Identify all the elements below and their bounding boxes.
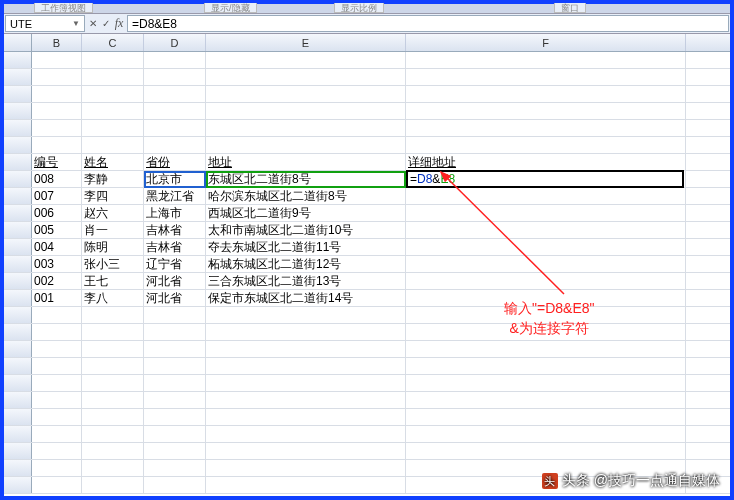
fx-icon[interactable]: fx bbox=[115, 16, 124, 31]
cell[interactable] bbox=[406, 222, 686, 238]
cell[interactable]: 柘城东城区北二道街12号 bbox=[206, 256, 406, 272]
cell[interactable]: 王七 bbox=[82, 273, 144, 289]
formula-bar: UTE ▼ ✕ ✓ fx =D8&E8 bbox=[4, 14, 730, 34]
formula-ref-d8: D8 bbox=[417, 172, 432, 186]
app-window: 工作簿视图 显示/隐藏 显示比例 窗口 UTE ▼ ✕ ✓ fx =D8&E8 … bbox=[0, 0, 734, 500]
cell[interactable]: 007 bbox=[32, 188, 82, 204]
table-row: 003 张小三 辽宁省 柘城东城区北二道街12号 bbox=[4, 256, 730, 273]
annotation-line2: &为连接字符 bbox=[504, 319, 594, 339]
grid-row bbox=[4, 120, 730, 137]
grid-row bbox=[4, 324, 730, 341]
cell[interactable] bbox=[406, 273, 686, 289]
grid-row bbox=[4, 409, 730, 426]
watermark-text: 头条 @技巧一点通自媒体 bbox=[562, 472, 720, 490]
ribbon-tab[interactable]: 窗口 bbox=[554, 3, 586, 13]
grid-row bbox=[4, 52, 730, 69]
cell[interactable]: 保定市东城区北二道街14号 bbox=[206, 290, 406, 306]
cell-header[interactable]: 详细地址 bbox=[406, 154, 686, 170]
formula-eq: = bbox=[410, 172, 417, 186]
cell[interactable]: 001 bbox=[32, 290, 82, 306]
active-cell-editor[interactable]: =D8&E8 bbox=[406, 170, 684, 188]
cell-header[interactable]: 姓名 bbox=[82, 154, 144, 170]
cell[interactable]: 李静 bbox=[82, 171, 144, 187]
grid-row bbox=[4, 392, 730, 409]
cell[interactable]: 吉林省 bbox=[144, 222, 206, 238]
cell[interactable]: 黑龙江省 bbox=[144, 188, 206, 204]
cell[interactable]: 008 bbox=[32, 171, 82, 187]
cell[interactable]: 太和市南城区北二道街10号 bbox=[206, 222, 406, 238]
grid-row bbox=[4, 103, 730, 120]
grid-row bbox=[4, 69, 730, 86]
grid-rows: 编号 姓名 省份 地址 详细地址 008 李静 北京市 东城区北二道街8号 00… bbox=[4, 52, 730, 494]
cell[interactable]: 003 bbox=[32, 256, 82, 272]
table-row: 007 李四 黑龙江省 哈尔滨东城区北二道街8号 bbox=[4, 188, 730, 205]
cell-header[interactable]: 省份 bbox=[144, 154, 206, 170]
cell[interactable] bbox=[406, 188, 686, 204]
chevron-down-icon[interactable]: ▼ bbox=[72, 19, 80, 28]
ribbon-tab[interactable]: 显示/隐藏 bbox=[204, 3, 257, 13]
cancel-icon[interactable]: ✕ bbox=[89, 18, 97, 29]
col-header-f[interactable]: F bbox=[406, 34, 686, 51]
table-row: 002 王七 河北省 三合东城区北二道街13号 bbox=[4, 273, 730, 290]
cell[interactable]: 三合东城区北二道街13号 bbox=[206, 273, 406, 289]
table-row: 004 陈明 吉林省 夺去东城区北二道街11号 bbox=[4, 239, 730, 256]
watermark: 头 头条 @技巧一点通自媒体 bbox=[542, 472, 720, 490]
cell[interactable]: 李八 bbox=[82, 290, 144, 306]
grid-row bbox=[4, 375, 730, 392]
grid-row bbox=[4, 358, 730, 375]
cell[interactable]: 河北省 bbox=[144, 290, 206, 306]
annotation-text: 输入"=D8&E8" &为连接字符 bbox=[504, 299, 594, 338]
col-header-c[interactable]: C bbox=[82, 34, 144, 51]
cell[interactable]: 肖一 bbox=[82, 222, 144, 238]
name-box[interactable]: UTE ▼ bbox=[5, 15, 85, 32]
cell-header[interactable]: 地址 bbox=[206, 154, 406, 170]
grid-row bbox=[4, 341, 730, 358]
col-header-e[interactable]: E bbox=[206, 34, 406, 51]
cell[interactable]: 吉林省 bbox=[144, 239, 206, 255]
formula-input[interactable]: =D8&E8 bbox=[127, 15, 729, 32]
cell[interactable]: 上海市 bbox=[144, 205, 206, 221]
table-row: 005 肖一 吉林省 太和市南城区北二道街10号 bbox=[4, 222, 730, 239]
formula-ref-e8: E8 bbox=[440, 172, 455, 186]
table-row: 006 赵六 上海市 西城区北二道街9号 bbox=[4, 205, 730, 222]
cell-header[interactable]: 编号 bbox=[32, 154, 82, 170]
cell[interactable] bbox=[406, 205, 686, 221]
cell[interactable]: 河北省 bbox=[144, 273, 206, 289]
ribbon-tab[interactable]: 工作簿视图 bbox=[34, 3, 93, 13]
cell[interactable]: 002 bbox=[32, 273, 82, 289]
header-row: 编号 姓名 省份 地址 详细地址 bbox=[4, 154, 730, 171]
grid-row bbox=[4, 307, 730, 324]
cell[interactable] bbox=[406, 239, 686, 255]
formula-text: =D8&E8 bbox=[132, 17, 177, 31]
ribbon-strip: 工作簿视图 显示/隐藏 显示比例 窗口 bbox=[4, 4, 730, 14]
annotation-line1: 输入"=D8&E8" bbox=[504, 299, 594, 319]
cell[interactable]: 张小三 bbox=[82, 256, 144, 272]
cell[interactable]: 005 bbox=[32, 222, 82, 238]
col-header-b[interactable]: B bbox=[32, 34, 82, 51]
select-all-corner[interactable] bbox=[4, 34, 32, 51]
spreadsheet-grid[interactable]: B C D E F 编号 姓名 省份 地址 详细地址 bbox=[4, 34, 730, 496]
cell[interactable]: 辽宁省 bbox=[144, 256, 206, 272]
grid-row bbox=[4, 86, 730, 103]
grid-row bbox=[4, 426, 730, 443]
confirm-icon[interactable]: ✓ bbox=[102, 18, 110, 29]
grid-row bbox=[4, 443, 730, 460]
formula-bar-buttons: ✕ ✓ fx bbox=[86, 14, 126, 33]
column-headers: B C D E F bbox=[4, 34, 730, 52]
watermark-logo-icon: 头 bbox=[542, 473, 558, 489]
table-row: 001 李八 河北省 保定市东城区北二道街14号 bbox=[4, 290, 730, 307]
col-header-d[interactable]: D bbox=[144, 34, 206, 51]
cell[interactable]: 哈尔滨东城区北二道街8号 bbox=[206, 188, 406, 204]
cell[interactable]: 李四 bbox=[82, 188, 144, 204]
cell[interactable]: 004 bbox=[32, 239, 82, 255]
ribbon-tab[interactable]: 显示比例 bbox=[334, 3, 384, 13]
cell[interactable]: 006 bbox=[32, 205, 82, 221]
cell[interactable]: 夺去东城区北二道街11号 bbox=[206, 239, 406, 255]
cell[interactable]: 东城区北二道街8号 bbox=[206, 171, 406, 187]
cell[interactable]: 北京市 bbox=[144, 171, 206, 187]
cell[interactable]: 西城区北二道街9号 bbox=[206, 205, 406, 221]
grid-row bbox=[4, 137, 730, 154]
cell[interactable] bbox=[406, 256, 686, 272]
cell[interactable]: 陈明 bbox=[82, 239, 144, 255]
cell[interactable]: 赵六 bbox=[82, 205, 144, 221]
